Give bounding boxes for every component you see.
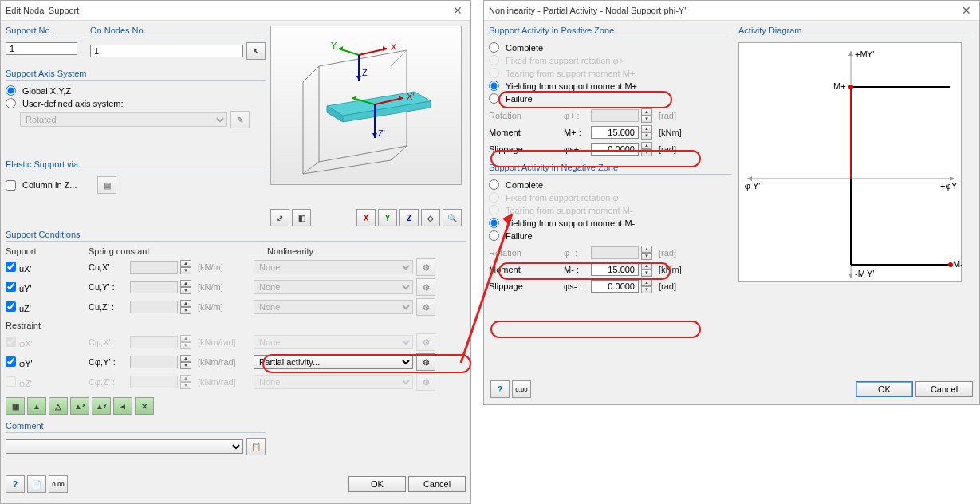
support-no-label: Support No. [6,26,85,35]
units-icon-2[interactable]: 0.00 [512,380,531,398]
activity-title: Activity Diagram [738,26,974,35]
on-nodes-label: On Nodes No. [90,26,266,35]
cphiy-field [130,356,178,368]
phiy-nonlin-select[interactable]: Partial activity... [254,355,413,369]
neg-mom-sym: M- : [564,265,588,274]
svg-text:Y': Y' [867,269,874,278]
axis-rotated-select: Rotated [20,112,227,127]
cancel-button[interactable]: Cancel [408,476,466,492]
axis-global-radio[interactable] [6,85,16,96]
svg-text:+M: +M [855,49,868,59]
pos-zone-title: Support Activity in Positive Zone [489,26,732,35]
restraint-label: Restraint [6,321,466,330]
neg-complete-radio[interactable] [489,179,499,190]
preview-3d: X Y Z X' Z' [270,26,462,185]
pos-yielding-radio[interactable] [489,81,499,91]
phiy-nonlin-edit-icon[interactable]: ⚙ [416,353,435,371]
neg-tearing-label: Tearing from support moment M- [506,206,633,215]
view-zoom-icon[interactable]: 🔍 [443,209,462,226]
uy-label: uY' [19,284,32,293]
col-support: Support [6,246,85,256]
neg-tearing-radio [489,205,499,215]
uz-label: uZ' [19,304,31,313]
pos-rot-sym: φ+ : [564,111,588,120]
cphiz-field [130,376,178,388]
cphiz-label: Cφ,Z' : [89,377,127,387]
svg-marker-24 [848,51,853,56]
neg-mom-label: Moment [489,265,561,274]
uy-check[interactable] [6,282,16,292]
svg-text:M+: M+ [833,81,846,91]
pos-slip-sym: φs+: [564,144,588,154]
neg-slip-sym: φs- : [564,282,588,291]
uz-check[interactable] [6,301,16,312]
support-preset-5-icon[interactable]: ▲ʸ [92,397,111,415]
neg-mom-unit: [kNm] [655,265,682,274]
report-icon[interactable]: 📄 [27,475,46,493]
neg-rot-sym: φ- : [564,248,588,258]
support-preset-7-icon[interactable]: ✕ [135,397,154,415]
cancel-button-2[interactable]: Cancel [915,381,973,397]
support-preset-3-icon[interactable]: △ [49,397,68,415]
support-preset-6-icon[interactable]: ◄ [113,397,132,415]
dialog-partial-activity: Nonlinearity - Partial Activity - Nodal … [483,0,980,405]
support-no-field[interactable] [6,42,77,55]
pos-rot-field [591,109,639,122]
pos-slip-field[interactable] [591,143,639,156]
pick-nodes-icon[interactable]: ↖ [246,42,266,60]
view-iso-icon[interactable]: ◇ [421,209,440,226]
close-icon[interactable]: ✕ [450,4,466,17]
uz-nonlin-edit-icon: ⚙ [416,298,435,316]
svg-marker-16 [352,96,356,100]
cphiy-label: Cφ,Y' : [89,357,127,367]
neg-yielding-radio[interactable] [489,218,499,228]
support-preset-1-icon[interactable]: ▦ [6,397,25,415]
svg-line-3 [359,49,387,55]
pos-complete-radio[interactable] [489,42,499,53]
view-z-icon[interactable]: Z [399,209,419,226]
close-icon-2[interactable]: ✕ [958,4,974,17]
neg-rot-field [591,246,639,259]
cuy-unit: [kN/m] [195,282,250,292]
svg-text:Z: Z [362,68,368,77]
column-in-z-check[interactable] [6,180,16,191]
dialog2-title: Nonlinearity - Partial Activity - Nodal … [489,6,686,15]
neg-slip-label: Slippage [489,282,561,291]
view-tool-2-icon[interactable]: ◧ [292,209,311,226]
neg-fixed-radio [489,192,499,203]
help-icon-2[interactable]: ? [490,380,510,398]
phiy-check[interactable] [6,356,16,367]
ux-check[interactable] [6,262,16,272]
ok-button[interactable]: OK [348,476,406,492]
pos-mom-field[interactable] [591,126,639,139]
svg-marker-10 [356,76,361,81]
ok-button-2[interactable]: OK [856,381,913,397]
svg-marker-25 [848,274,853,278]
support-preset-2-icon[interactable]: ▲ [27,397,46,415]
column-edit-icon[interactable]: ▤ [97,176,116,194]
neg-failure-radio[interactable] [489,230,499,241]
on-nodes-field[interactable] [90,45,243,57]
axis-user-radio[interactable] [6,98,16,108]
view-y-icon[interactable]: Y [378,209,397,226]
neg-slip-field[interactable] [591,280,639,293]
phiz-label: φZ' [19,379,32,388]
view-x-icon[interactable]: X [356,209,376,226]
neg-mom-field[interactable] [591,263,639,276]
help-icon[interactable]: ? [6,475,25,493]
phiy-label: φY' [19,359,33,368]
svg-text:Y': Y' [867,49,874,59]
view-tool-1-icon[interactable]: ⤢ [270,209,289,226]
pos-slip-label: Slippage [489,144,561,154]
units-icon[interactable]: 0.00 [49,475,68,493]
neg-zone-title: Support Activity in Negative Zone [489,163,732,172]
comment-pick-icon[interactable]: 📋 [246,438,266,455]
pos-failure-radio[interactable] [489,93,499,104]
titlebar-2: Nonlinearity - Partial Activity - Nodal … [484,1,979,21]
support-preset-4-icon[interactable]: ▲ˣ [70,397,89,415]
comment-field[interactable] [6,439,243,454]
svg-marker-7 [339,46,343,51]
activity-diagram: +MY' -MY' +φY' -φY' M+ M- [738,42,962,282]
phiz-check [6,376,16,387]
neg-rot-unit: [rad] [655,248,676,258]
